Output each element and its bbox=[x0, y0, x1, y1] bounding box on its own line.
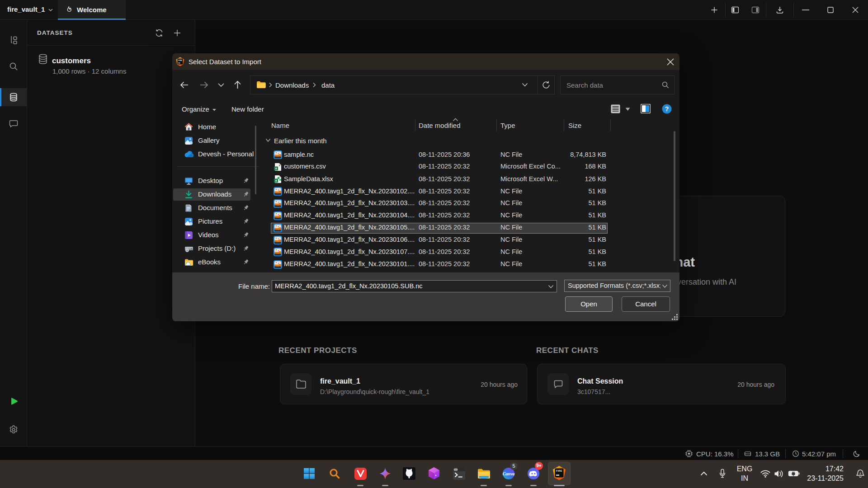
svg-text:FIRE: FIRE bbox=[178, 60, 182, 61]
svg-text:z: z bbox=[859, 471, 861, 475]
svg-text:FIRE: FIRE bbox=[556, 469, 562, 472]
svg-text:?: ? bbox=[665, 105, 669, 113]
svg-text:Canva: Canva bbox=[503, 471, 515, 476]
